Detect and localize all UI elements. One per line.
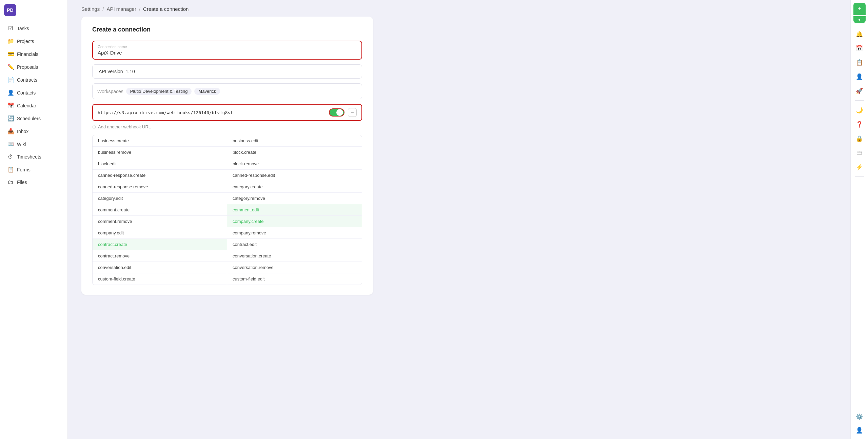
event-cell-right[interactable]: category.remove <box>227 193 362 204</box>
connection-name-value: ApiX-Drive <box>98 50 357 56</box>
user-icon[interactable]: 👤 <box>853 70 866 83</box>
inbox-icon: 📥 <box>7 128 14 134</box>
proposals-icon: ✏️ <box>7 64 14 70</box>
sidebar-item-proposals[interactable]: ✏️Proposals <box>2 61 65 73</box>
event-cell-right[interactable]: company.create <box>227 216 362 227</box>
dropdown-button[interactable]: ▾ <box>853 16 866 23</box>
question-icon[interactable]: ❓ <box>853 118 866 130</box>
sidebar-item-files[interactable]: 🗂Files <box>2 176 65 188</box>
sidebar-item-inbox[interactable]: 📥Inbox <box>2 125 65 138</box>
sidebar-item-tasks[interactable]: ☑Tasks <box>2 22 65 35</box>
main-content: Settings / API manager / Create a connec… <box>68 0 850 439</box>
workspace-tag-2[interactable]: Maverick <box>194 88 220 95</box>
event-cell-left[interactable]: business.create <box>93 135 227 147</box>
event-cell-left[interactable]: business.remove <box>93 147 227 158</box>
sidebar-item-projects[interactable]: 📁Projects <box>2 35 65 47</box>
event-cell-left[interactable]: company.edit <box>93 227 227 239</box>
workspaces-row: Workspaces Plutio Development & Testing … <box>92 83 362 99</box>
event-cell-left[interactable]: comment.create <box>93 204 227 216</box>
lightning-icon[interactable]: ⚡ <box>853 161 866 173</box>
webhook-remove-button[interactable]: − <box>348 108 357 117</box>
sidebar-item-timesheets[interactable]: ⏱Timesheets <box>2 151 65 163</box>
table-row: canned-response.remove category.create <box>93 181 362 193</box>
event-cell-right[interactable]: block.create <box>227 147 362 158</box>
table-row: business.remove block.create <box>93 147 362 158</box>
calendar-icon: 📅 <box>7 102 14 109</box>
toggle-knob <box>336 109 343 116</box>
event-cell-left[interactable]: contract.create <box>93 239 227 250</box>
sidebar-item-schedulers[interactable]: 🔄Schedulers <box>2 112 65 125</box>
workspaces-label: Workspaces <box>97 89 123 94</box>
app-logo[interactable]: PD <box>4 4 16 16</box>
user-bottom-icon[interactable]: 👤 <box>853 424 866 436</box>
workspace-tag-1[interactable]: Plutio Development & Testing <box>126 88 192 95</box>
right-panel-bottom: ⚙️ 👤 <box>853 411 866 436</box>
add-button[interactable]: + <box>853 3 866 15</box>
sidebar-item-wiki[interactable]: 📖Wiki <box>2 138 65 150</box>
forms-icon: 📋 <box>7 166 14 173</box>
bell-icon[interactable]: 🔔 <box>853 28 866 40</box>
connection-name-field[interactable]: Connection name ApiX-Drive <box>92 41 362 60</box>
sidebar-label-financials: Financials <box>17 51 38 57</box>
event-cell-right[interactable]: custom-field.edit <box>227 273 362 285</box>
table-row: block.edit block.remove <box>93 158 362 170</box>
right-divider-1 <box>855 100 864 101</box>
webhook-url: https://s3.apix-drive.com/web-hooks/1261… <box>98 110 326 115</box>
event-cell-right[interactable]: comment.edit <box>227 204 362 216</box>
sidebar-item-forms[interactable]: 📋Forms <box>2 163 65 176</box>
calendar-icon[interactable]: 📅 <box>853 42 866 54</box>
sidebar-label-tasks: Tasks <box>17 26 29 31</box>
event-cell-left[interactable]: custom-field.create <box>93 273 227 285</box>
event-cell-left[interactable]: canned-response.remove <box>93 181 227 193</box>
event-cell-left[interactable]: category.edit <box>93 193 227 204</box>
settings-icon[interactable]: ⚙️ <box>853 411 866 423</box>
event-cell-left[interactable]: block.edit <box>93 158 227 170</box>
event-cell-right[interactable]: canned-response.edit <box>227 170 362 181</box>
sidebar-item-contacts[interactable]: 👤Contacts <box>2 86 65 99</box>
sidebar-item-calendar[interactable]: 📅Calendar <box>2 99 65 112</box>
add-webhook-label: Add another webhook URL <box>98 124 151 129</box>
table-row: custom-field.create custom-field.edit <box>93 273 362 285</box>
event-cell-right[interactable]: category.create <box>227 181 362 193</box>
event-cell-left[interactable]: comment.remove <box>93 216 227 227</box>
contacts-icon: 👤 <box>7 89 14 96</box>
financials-icon: 💳 <box>7 51 14 57</box>
sidebar-label-contracts: Contracts <box>17 77 37 83</box>
table-row: conversation.edit conversation.remove <box>93 262 362 273</box>
page-title: Create a connection <box>92 26 362 33</box>
event-cell-right[interactable]: conversation.remove <box>227 262 362 273</box>
add-webhook-link[interactable]: ⊕ Add another webhook URL <box>92 124 362 129</box>
sidebar-label-inbox: Inbox <box>17 129 28 134</box>
timesheets-icon: ⏱ <box>7 154 14 160</box>
sidebar-label-proposals: Proposals <box>17 64 38 70</box>
event-cell-right[interactable]: conversation.create <box>227 250 362 262</box>
events-table: business.create business.edit business.r… <box>92 135 362 285</box>
event-cell-right[interactable]: block.remove <box>227 158 362 170</box>
event-cell-left[interactable]: contract.remove <box>93 250 227 262</box>
breadcrumb-sep-1: / <box>102 6 104 12</box>
files-icon: 🗂 <box>7 179 14 185</box>
contracts-icon: 📄 <box>7 77 14 83</box>
event-cell-left[interactable]: canned-response.create <box>93 170 227 181</box>
clipboard-icon[interactable]: 📋 <box>853 56 866 68</box>
sidebar-item-contracts[interactable]: 📄Contracts <box>2 74 65 86</box>
inbox-icon[interactable]: 🗃 <box>853 147 866 159</box>
api-version-row: API version 1.10 <box>92 64 362 79</box>
breadcrumb-current: Create a connection <box>143 6 189 12</box>
event-cell-left[interactable]: conversation.edit <box>93 262 227 273</box>
breadcrumb: Settings / API manager / Create a connec… <box>68 0 850 17</box>
sidebar: PD ☑Tasks📁Projects💳Financials✏️Proposals… <box>0 0 68 439</box>
event-cell-right[interactable]: contract.edit <box>227 239 362 250</box>
breadcrumb-api-manager[interactable]: API manager <box>106 6 136 12</box>
sidebar-label-wiki: Wiki <box>17 142 26 147</box>
rocket-icon[interactable]: 🚀 <box>853 85 866 97</box>
sidebar-label-projects: Projects <box>17 39 34 44</box>
event-cell-right[interactable]: company.remove <box>227 227 362 239</box>
event-cell-right[interactable]: business.edit <box>227 135 362 147</box>
lock-icon[interactable]: 🔒 <box>853 132 866 145</box>
webhook-toggle[interactable] <box>329 108 344 117</box>
moon-icon[interactable]: 🌙 <box>853 104 866 116</box>
sidebar-item-financials[interactable]: 💳Financials <box>2 48 65 60</box>
webhook-row: https://s3.apix-drive.com/web-hooks/1261… <box>92 104 362 121</box>
breadcrumb-settings[interactable]: Settings <box>81 6 100 12</box>
